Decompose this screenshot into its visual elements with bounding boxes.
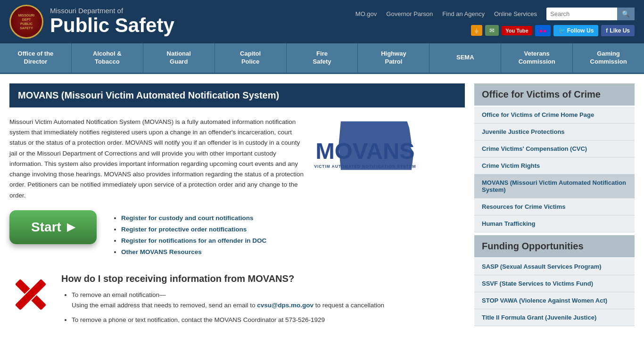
svg-text:VICTIM AUTOMATED NOTIFICATION : VICTIM AUTOMATED NOTIFICATION SYSTEM xyxy=(314,164,416,169)
x-icon xyxy=(9,273,52,316)
header-right: MO.gov Governor Parson Find an Agency On… xyxy=(355,8,635,36)
stop-item-email: To remove an email notification— Using t… xyxy=(72,290,384,310)
start-list: Register for custody and court notificat… xyxy=(111,214,266,259)
content-wrapper: MOVANS (Missouri Victim Automated Notifi… xyxy=(0,74,644,336)
youtube-icon[interactable]: You Tube xyxy=(502,26,532,35)
sidebar-link-sasp[interactable]: SASP (Sexual Assault Services Program) xyxy=(474,258,635,275)
nav-item-capitol[interactable]: CapitolPolice xyxy=(215,43,287,73)
stop-content: How do I stop receiving information from… xyxy=(61,273,384,325)
stop-heading: How do I stop receiving information from… xyxy=(61,273,384,284)
sidebar: Office for Victims of Crime Office for V… xyxy=(474,83,635,326)
movans-logo-container: MOVANS VICTIM AUTOMATED NOTIFICATION SYS… xyxy=(314,117,465,201)
start-section: Start ▶ Register for custody and court n… xyxy=(9,210,465,259)
sidebar-link-rights[interactable]: Crime Victim Rights xyxy=(474,157,635,174)
nav-item-director[interactable]: Office of theDirector xyxy=(0,43,72,73)
logo-text: MISSOURIDEPTPUBLICSAFETY xyxy=(18,13,35,30)
sidebar-section1-title: Office for Victims of Crime xyxy=(474,83,635,106)
nav-item-veterans[interactable]: VeteransCommission xyxy=(501,43,573,73)
list-item: Register for notifications for an offend… xyxy=(121,237,266,244)
email-icon[interactable]: ✉ xyxy=(485,25,499,36)
intro-text: Missouri Victim Automated Notification S… xyxy=(9,117,305,201)
twitter-button[interactable]: 🐦Follow Us xyxy=(553,25,599,36)
nav-item-fire[interactable]: FireSafety xyxy=(287,43,358,73)
sidebar-link-ssvf[interactable]: SSVF (State Services to Victims Fund) xyxy=(474,275,635,292)
stop-email-sub: Using the email address that needs to re… xyxy=(72,302,255,309)
stop-list: To remove an email notification— Using t… xyxy=(61,290,384,325)
sidebar-link-ovc-home[interactable]: Office for Victims of Crime Home Page xyxy=(474,107,635,123)
header-subtitle: Missouri Department of xyxy=(50,7,174,15)
sidebar-link-juvenile[interactable]: Juvenile Justice Protections xyxy=(474,123,635,140)
nav-item-guard[interactable]: NationalGuard xyxy=(143,43,215,73)
stop-email-main: To remove an email notification— xyxy=(72,291,166,298)
sidebar-link-trafficking[interactable]: Human Trafficking xyxy=(474,215,635,232)
stop-email-link[interactable]: cvsu@dps.mo.gov xyxy=(257,302,314,309)
top-nav-agency[interactable]: Find an Agency xyxy=(442,10,485,17)
search-input[interactable] xyxy=(546,8,617,20)
x-icon-svg xyxy=(9,273,52,316)
page-title: MOVANS (Missouri Victim Automated Notifi… xyxy=(9,83,465,107)
search-box: 🔍 xyxy=(546,8,635,20)
search-button[interactable]: 🔍 xyxy=(617,8,635,20)
top-nav: MO.gov Governor Parson Find an Agency On… xyxy=(355,8,635,20)
stop-email-suffix: to request a cancellation xyxy=(314,302,384,309)
sidebar-link-cvc[interactable]: Crime Victims' Compensation (CVC) xyxy=(474,140,635,157)
rss-icon[interactable]: ⏚ xyxy=(471,25,482,36)
sidebar-link-title2[interactable]: Title II Formula Grant (Juvenile Justice… xyxy=(474,309,635,326)
sidebar-link-vawa[interactable]: STOP VAWA (Violence Against Women Act) xyxy=(474,292,635,309)
svg-text:MOVANS: MOVANS xyxy=(315,138,414,164)
start-arrow-icon: ▶ xyxy=(67,221,75,233)
header: MISSOURIDEPTPUBLICSAFETY Missouri Depart… xyxy=(0,0,644,43)
top-nav-governor[interactable]: Governor Parson xyxy=(386,10,433,17)
social-bar: ⏚ ✉ You Tube ●● 🐦Follow Us fLike Us xyxy=(471,25,635,36)
sidebar-link-resources[interactable]: Resources for Crime Victims xyxy=(474,198,635,215)
start-button[interactable]: Start ▶ xyxy=(9,210,97,244)
flickr-icon[interactable]: ●● xyxy=(535,25,551,36)
header-main-title: Public Safety xyxy=(50,15,174,36)
header-left: MISSOURIDEPTPUBLICSAFETY Missouri Depart… xyxy=(9,5,174,39)
start-label: Start xyxy=(31,220,61,235)
top-nav-services[interactable]: Online Services xyxy=(494,10,537,17)
nav-item-sema[interactable]: SEMA xyxy=(429,43,501,73)
nav-item-alcohol[interactable]: Alcohol &Tobacco xyxy=(72,43,143,73)
list-item: Other MOVANS Resources xyxy=(121,248,266,255)
start-link-2[interactable]: Register for protective order notificati… xyxy=(121,226,247,233)
list-item: Register for protective order notificati… xyxy=(121,225,266,233)
intro-section: Missouri Victim Automated Notification S… xyxy=(9,117,465,201)
facebook-button[interactable]: fLike Us xyxy=(601,25,635,36)
main-content: MOVANS (Missouri Victim Automated Notifi… xyxy=(9,83,474,326)
list-item: Register for custody and court notificat… xyxy=(121,214,266,222)
top-nav-mo[interactable]: MO.gov xyxy=(355,10,377,17)
stop-section: How do I stop receiving information from… xyxy=(9,273,465,325)
nav-item-highway[interactable]: HighwayPatrol xyxy=(358,43,429,73)
header-title-block: Missouri Department of Public Safety xyxy=(50,7,174,36)
sidebar-section2-title: Funding Opportunities xyxy=(474,235,635,257)
logo-circle: MISSOURIDEPTPUBLICSAFETY xyxy=(9,5,43,39)
nav-item-gaming[interactable]: GamingCommission xyxy=(573,43,644,73)
main-nav: Office of theDirector Alcohol &Tobacco N… xyxy=(0,43,644,74)
sidebar-link-movans[interactable]: MOVANS (Missouri Victim Automated Notifi… xyxy=(474,174,635,198)
stop-item-phone: To remove a phone or text notification, … xyxy=(72,315,384,325)
start-link-3[interactable]: Register for notifications for an offend… xyxy=(121,237,266,244)
start-link-4[interactable]: Other MOVANS Resources xyxy=(121,248,202,255)
start-link-1[interactable]: Register for custody and court notificat… xyxy=(121,214,254,222)
movans-logo-svg: MOVANS VICTIM AUTOMATED NOTIFICATION SYS… xyxy=(314,117,465,188)
